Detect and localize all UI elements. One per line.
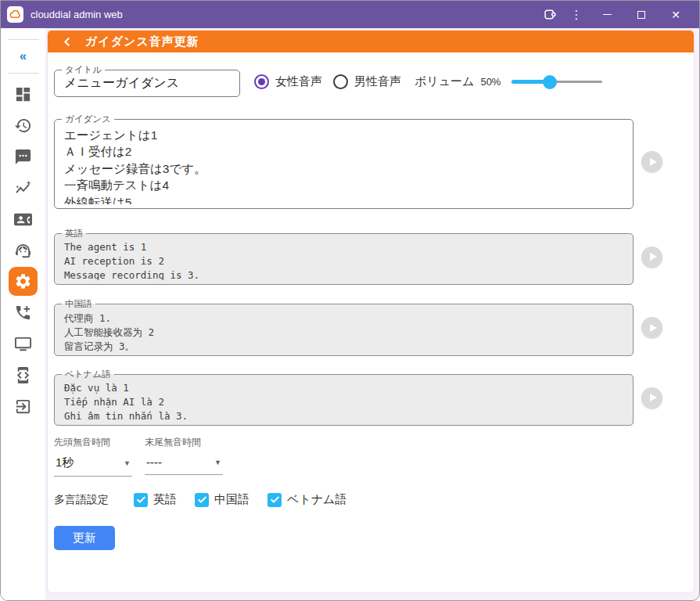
vietnamese-play-button[interactable]: [641, 387, 662, 408]
sidebar-item-insights[interactable]: [8, 172, 39, 203]
chinese-label: 中国語: [62, 300, 95, 309]
english-label: 英語: [62, 229, 86, 239]
developer-mode-icon: [14, 366, 32, 384]
english-field: 英語 The agent is 1 AI reception is 2 Mess…: [54, 229, 634, 286]
title-field: タイトル: [54, 66, 240, 98]
multilingual-label: 多言語設定: [54, 493, 134, 507]
leading-silence-label: 先頭無音時間: [54, 436, 132, 449]
insights-icon: [14, 179, 32, 197]
volume-control: ボリューム 50%: [415, 74, 602, 89]
cloud-logo-icon: [9, 9, 21, 20]
chinese-textarea: 代理商 1. 人工智能接收器为 2 留言记录为 3。: [55, 309, 633, 351]
radio-female-label: 女性音声: [275, 74, 322, 89]
main-card: ガイダンス音声更新 タイトル 女性音声: [47, 30, 695, 593]
multilingual-settings: 多言語設定 英語 中国語: [54, 492, 687, 507]
volume-label: ボリューム: [415, 74, 474, 89]
chevron-down-icon: ▼: [124, 459, 131, 467]
sidebar-item-logout[interactable]: [8, 390, 39, 422]
radio-unselected-icon: [333, 74, 348, 89]
sidebar-item-dashboard[interactable]: [8, 78, 39, 110]
play-icon: [650, 253, 657, 261]
app-window: clouddial admin web ⋮ ✕ «: [0, 0, 700, 601]
sidebar-item-history[interactable]: [8, 110, 39, 141]
app-title: clouddial admin web: [31, 9, 123, 20]
english-textarea: The agent is 1 AI reception is 2 Message…: [55, 238, 633, 280]
page-header: ガイダンス音声更新: [48, 31, 694, 52]
chevron-down-icon: ▼: [214, 459, 221, 466]
guidance-field: ガイダンス エージェントは1 ＡＩ受付は2 メッセージ録音は3です。 一斉鳴動テ…: [54, 115, 634, 209]
checkbox-english[interactable]: 英語: [134, 492, 177, 507]
trailing-silence-value: ----: [146, 455, 162, 469]
play-icon: [650, 394, 657, 401]
app-logo: [7, 6, 23, 23]
checkbox-vietnamese-label: ベトナム語: [287, 492, 346, 507]
play-icon: [650, 324, 657, 332]
play-icon: [650, 158, 657, 166]
titlebar: clouddial admin web ⋮ ✕: [1, 1, 699, 28]
sidebar-item-contacts[interactable]: [8, 203, 39, 235]
sidebar-item-developer[interactable]: [8, 359, 39, 390]
page-title: ガイダンス音声更新: [85, 34, 199, 49]
maximize-button[interactable]: [624, 1, 659, 28]
trailing-silence-select[interactable]: 末尾無音時間 ---- ▼: [145, 436, 223, 477]
vietnamese-field: ベトナム語 Đặc vụ là 1 Tiếp nhận AI là 2 Ghi …: [54, 370, 634, 426]
sidebar-item-support[interactable]: [8, 235, 39, 266]
sidebar-item-settings[interactable]: [9, 267, 38, 296]
back-button[interactable]: [59, 34, 74, 49]
monitor-icon: [14, 335, 32, 353]
sidebar-collapse-icon[interactable]: «: [20, 45, 27, 68]
divider: [8, 73, 39, 74]
sidebar-item-monitor[interactable]: [8, 328, 39, 359]
guidance-textarea[interactable]: エージェントは1 ＡＩ受付は2 メッセージ録音は3です。 一斉鳴動テストは4 外…: [55, 124, 633, 204]
history-icon: [14, 117, 32, 135]
divider: [8, 39, 39, 40]
checkbox-chinese-label: 中国語: [214, 492, 249, 507]
checkbox-chinese[interactable]: 中国語: [195, 492, 249, 507]
vietnamese-label: ベトナム語: [62, 370, 114, 380]
guidance-play-button[interactable]: [641, 151, 662, 172]
checkbox-vietnamese[interactable]: ベトナム語: [267, 492, 346, 507]
checkbox-english-label: 英語: [153, 492, 177, 507]
radio-selected-icon: [254, 74, 269, 89]
support-agent-icon: [14, 242, 32, 260]
radio-female-voice[interactable]: 女性音声: [254, 74, 322, 89]
contact-phone-icon: [14, 211, 32, 229]
chinese-field: 中国語 代理商 1. 人工智能接收器为 2 留言记录为 3。: [54, 300, 634, 356]
sidebar: «: [1, 28, 45, 601]
settings-gear-icon: [14, 272, 32, 290]
logout-icon: [14, 398, 32, 416]
leading-silence-value: 1秒: [56, 455, 74, 470]
chevron-left-icon: [62, 37, 72, 47]
vietnamese-textarea: Đặc vụ là 1 Tiếp nhận AI là 2 Ghi âm tin…: [55, 379, 633, 421]
radio-male-voice[interactable]: 男性音声: [333, 74, 401, 89]
checkbox-checked-icon: [195, 493, 209, 507]
checkbox-checked-icon: [267, 493, 282, 507]
kebab-menu-icon[interactable]: ⋮: [563, 1, 590, 28]
trailing-silence-label: 末尾無音時間: [145, 436, 223, 449]
guidance-label: ガイダンス: [62, 115, 114, 124]
sidebar-item-add-call[interactable]: [8, 297, 39, 328]
minimize-button[interactable]: [590, 1, 624, 28]
leading-silence-select[interactable]: 先頭無音時間 1秒 ▼: [54, 436, 132, 477]
title-input[interactable]: [55, 74, 239, 96]
voice-radio-group: 女性音声 男性音声: [254, 74, 401, 89]
checkbox-checked-icon: [134, 493, 148, 507]
add-call-icon: [14, 304, 32, 322]
close-button[interactable]: ✕: [659, 1, 693, 28]
english-play-button[interactable]: [641, 247, 662, 268]
radio-male-label: 男性音声: [354, 74, 401, 89]
dashboard-icon: [14, 85, 32, 103]
sidebar-item-chat[interactable]: [8, 141, 39, 172]
pwa-window-icon[interactable]: [537, 1, 563, 28]
chat-icon: [14, 148, 32, 166]
slider-thumb[interactable]: [543, 75, 557, 89]
title-field-label: タイトル: [62, 66, 105, 75]
chinese-play-button[interactable]: [641, 317, 662, 338]
volume-value: 50%: [480, 76, 501, 88]
update-button[interactable]: 更新: [54, 526, 115, 550]
volume-slider[interactable]: [512, 74, 602, 88]
